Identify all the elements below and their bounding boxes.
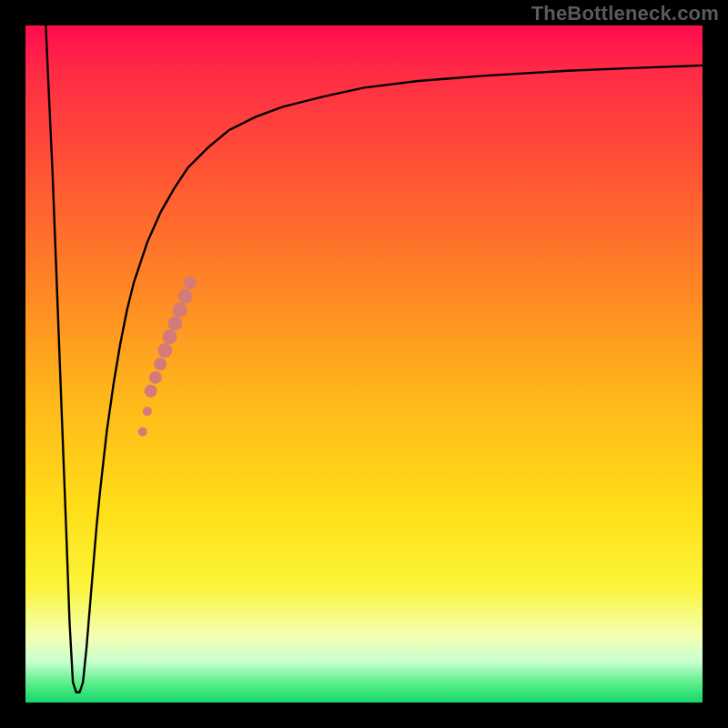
marker-dot <box>173 303 187 318</box>
chart-container: TheBottleneck.com <box>0 0 728 728</box>
marker-dots-group <box>138 277 197 437</box>
curve-svg <box>25 25 703 703</box>
marker-dot <box>157 343 172 358</box>
plot-area <box>25 25 703 703</box>
marker-dot <box>163 329 177 344</box>
marker-dot <box>154 358 167 370</box>
marker-dot <box>138 427 147 436</box>
bottleneck-curve <box>46 25 703 693</box>
plot-frame <box>25 25 703 703</box>
marker-dot <box>178 289 193 304</box>
marker-dot <box>184 277 197 289</box>
watermark-text: TheBottleneck.com <box>531 2 719 25</box>
marker-dot <box>149 371 162 384</box>
marker-dot <box>145 385 157 398</box>
marker-dot <box>143 407 152 416</box>
marker-dot <box>167 316 182 330</box>
